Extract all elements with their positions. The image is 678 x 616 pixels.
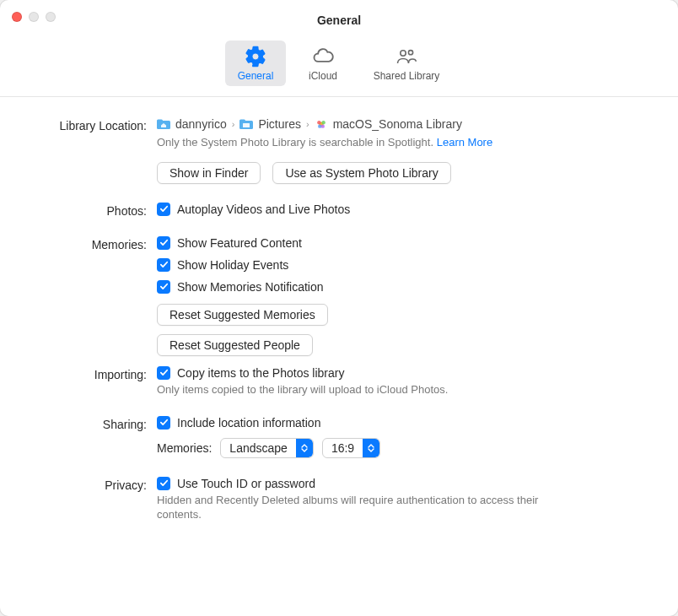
titlebar: General	[0, 0, 678, 37]
people-icon	[395, 46, 418, 68]
show-in-finder-button[interactable]: Show in Finder	[157, 162, 261, 184]
reset-suggested-memories-button[interactable]: Reset Suggested Memories	[157, 304, 328, 326]
privacy-row: Privacy: Use Touch ID or password Hidden…	[30, 477, 648, 522]
library-location-label: Library Location:	[30, 117, 157, 132]
breadcrumb-segment-2: Pictures	[258, 117, 301, 131]
photos-row: Photos: Autoplay Videos and Live Photos	[30, 203, 648, 218]
tab-shared-library-label: Shared Library	[374, 70, 440, 82]
privacy-label: Privacy:	[30, 477, 157, 492]
touchid-label: Use Touch ID or password	[177, 477, 315, 490]
library-location-row: Library Location: dannyrico › Pictures ›	[30, 117, 648, 184]
orientation-select[interactable]: Landscape	[220, 438, 314, 458]
photos-label: Photos:	[30, 203, 157, 218]
privacy-note: Hidden and Recently Deleted albums will …	[157, 494, 578, 522]
window-title: General	[0, 14, 678, 27]
close-button[interactable]	[12, 12, 22, 22]
svg-rect-6	[243, 123, 250, 127]
window-controls	[12, 12, 56, 22]
use-as-system-library-button[interactable]: Use as System Photo Library	[272, 162, 450, 184]
touchid-checkbox[interactable]	[157, 477, 170, 490]
learn-more-link[interactable]: Learn More	[437, 136, 492, 149]
breadcrumb-segment-3: macOS_Sonoma Library	[333, 117, 462, 131]
library-path-breadcrumb[interactable]: dannyrico › Pictures › macOS_Sonoma Libr…	[157, 117, 462, 131]
sharing-label: Sharing:	[30, 416, 157, 431]
memories-notification-label: Show Memories Notification	[177, 280, 324, 294]
importing-row: Importing: Copy items to the Photos libr…	[30, 366, 648, 397]
copy-items-label: Copy items to the Photos library	[177, 366, 344, 380]
include-location-label: Include location information	[177, 416, 320, 430]
autoplay-label: Autoplay Videos and Live Photos	[177, 203, 350, 216]
chevron-right-icon: ›	[306, 119, 309, 129]
pictures-folder-icon	[239, 117, 253, 131]
gear-icon	[244, 46, 267, 68]
importing-label: Importing:	[30, 366, 157, 381]
preferences-window: General General iCloud Shared Library Li…	[0, 0, 678, 616]
autoplay-checkbox[interactable]	[157, 203, 170, 216]
library-spotlight-note: Only the System Photo Library is searcha…	[157, 136, 492, 150]
memories-notification-checkbox[interactable]	[157, 280, 170, 294]
tab-general[interactable]: General	[225, 41, 286, 86]
copy-items-checkbox[interactable]	[157, 366, 170, 380]
tab-icloud-label: iCloud	[309, 70, 337, 82]
svg-rect-3	[157, 120, 163, 123]
featured-content-label: Show Featured Content	[177, 236, 302, 250]
importing-note: Only items copied to the library will up…	[157, 383, 448, 397]
chevron-right-icon: ›	[232, 119, 235, 129]
content: Library Location: dannyrico › Pictures ›	[0, 97, 678, 522]
svg-point-11	[320, 124, 324, 127]
sharing-memories-label: Memories:	[157, 441, 212, 455]
sharing-row: Sharing: Include location information Me…	[30, 416, 648, 458]
aspect-ratio-value: 16:9	[323, 441, 363, 455]
featured-content-checkbox[interactable]	[157, 236, 170, 250]
select-arrows-icon	[296, 439, 313, 457]
memories-row: Memories: Show Featured Content Show Hol…	[30, 236, 648, 356]
tab-icloud[interactable]: iCloud	[293, 41, 353, 86]
svg-rect-5	[239, 120, 245, 123]
holiday-events-label: Show Holiday Events	[177, 258, 288, 272]
zoom-button[interactable]	[46, 12, 56, 22]
select-arrows-icon	[363, 439, 379, 457]
svg-point-0	[401, 50, 406, 55]
cloud-icon	[311, 46, 335, 68]
svg-point-8	[317, 121, 320, 124]
breadcrumb-segment-1: dannyrico	[175, 117, 227, 131]
tab-general-label: General	[238, 70, 274, 82]
holiday-events-checkbox[interactable]	[157, 258, 170, 272]
minimize-button[interactable]	[29, 12, 39, 22]
photos-library-icon	[315, 117, 328, 131]
toolbar: General iCloud Shared Library	[0, 37, 678, 97]
reset-suggested-people-button[interactable]: Reset Suggested People	[157, 334, 313, 356]
svg-point-9	[321, 121, 325, 124]
svg-point-1	[408, 50, 412, 54]
memories-label: Memories:	[30, 236, 157, 251]
orientation-value: Landscape	[221, 441, 296, 455]
home-folder-icon	[157, 117, 170, 131]
aspect-ratio-select[interactable]: 16:9	[322, 438, 380, 458]
include-location-checkbox[interactable]	[157, 416, 170, 430]
tab-shared-library[interactable]: Shared Library	[360, 41, 453, 86]
